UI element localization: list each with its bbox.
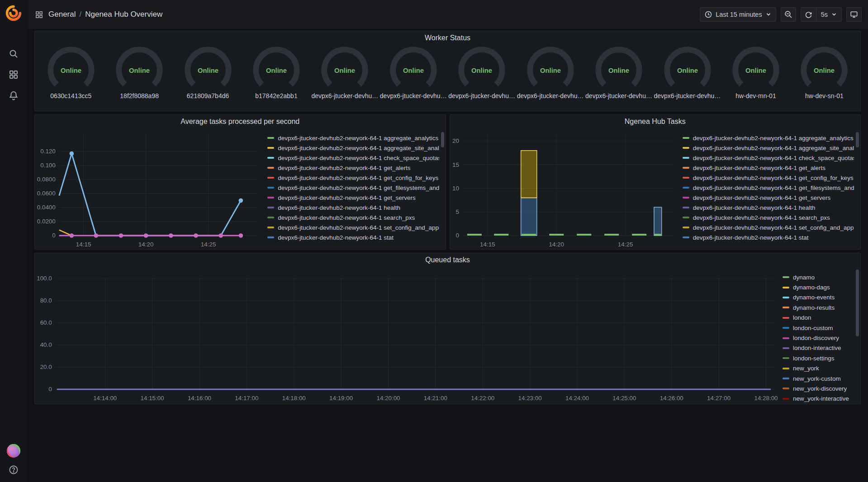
legend-item[interactable]: london-settings bbox=[783, 353, 854, 363]
gauge-arc: Online bbox=[44, 45, 98, 92]
worker-name: devpx6-jtucker-devhub2-… bbox=[448, 92, 515, 99]
legend-item[interactable]: devpx6-jtucker-devhub2-newyork-64-1 get_… bbox=[267, 163, 439, 173]
cycle-view-button[interactable] bbox=[846, 7, 862, 22]
legend-item[interactable]: devpx6-jtucker-devhub2-newyork-64-1 chec… bbox=[683, 153, 854, 163]
svg-text:15: 15 bbox=[452, 161, 459, 168]
legend-item[interactable]: devpx6-jtucker-devhub2-newyork-64-1 set_… bbox=[683, 222, 854, 232]
alerting-bell-icon[interactable] bbox=[6, 90, 21, 101]
legend-label: devpx6-jtucker-devhub2-newyork-64-1 stat bbox=[278, 234, 394, 241]
legend-scrollbar[interactable] bbox=[856, 269, 859, 402]
worker-gauge: Online 0630c1413cc5 bbox=[37, 45, 105, 99]
legend-item[interactable]: devpx6-jtucker-devhub2-newyork-64-1 stat bbox=[683, 232, 854, 242]
legend-item[interactable]: new_york bbox=[783, 364, 854, 373]
legend-scrollbar[interactable] bbox=[856, 131, 859, 247]
zoom-out-button[interactable] bbox=[781, 7, 796, 22]
refresh-button[interactable] bbox=[801, 7, 816, 22]
time-range-picker[interactable]: Last 15 minutes bbox=[700, 7, 776, 22]
legend-item[interactable]: devpx6-jtucker-devhub2-newyork-64-1 get_… bbox=[683, 173, 854, 183]
legend-swatch bbox=[683, 236, 689, 238]
legend-item[interactable]: devpx6-jtucker-devhub2-newyork-64-1 heal… bbox=[267, 203, 439, 213]
panel-title-queued-tasks[interactable]: Queued tasks bbox=[35, 253, 860, 267]
zoom-out-icon bbox=[784, 10, 792, 19]
legend-item[interactable]: new_york-discovery bbox=[783, 383, 854, 393]
legend-swatch bbox=[783, 287, 789, 288]
legend-item[interactable]: devpx6-jtucker-devhub2-newyork-64-1 get_… bbox=[683, 193, 854, 203]
panel-title-worker-status[interactable]: Worker Status bbox=[35, 31, 860, 45]
search-icon[interactable] bbox=[6, 48, 21, 60]
legend-label: london-custom bbox=[793, 325, 833, 331]
legend-item[interactable]: dynamo-events bbox=[783, 293, 854, 302]
legend-item[interactable]: devpx6-jtucker-devhub2-newyork-64-1 set_… bbox=[267, 222, 439, 232]
grafana-logo[interactable] bbox=[4, 4, 23, 23]
legend-label: london-interactive bbox=[793, 345, 841, 351]
svg-text:14:16:00: 14:16:00 bbox=[188, 395, 211, 402]
breadcrumb-page[interactable]: Ngenea Hub Overview bbox=[85, 10, 162, 19]
worker-gauge: Online devpx6-jtucker-devhub2-… bbox=[448, 45, 516, 99]
refresh-group: 5s bbox=[801, 7, 842, 22]
legend-swatch bbox=[783, 347, 789, 349]
legend-item[interactable]: devpx6-jtucker-devhub2-newyork-64-1 aggr… bbox=[683, 133, 854, 143]
legend-item[interactable]: devpx6-jtucker-devhub2-newyork-64-1 aggr… bbox=[683, 143, 854, 153]
panel-title-hub-tasks[interactable]: Ngenea Hub Tasks bbox=[450, 115, 861, 128]
dashboard-grid-icon bbox=[35, 11, 43, 19]
user-avatar[interactable] bbox=[6, 445, 21, 457]
legend-label: devpx6-jtucker-devhub2-newyork-64-1 heal… bbox=[693, 204, 816, 211]
gauge-status-label: Online bbox=[608, 67, 629, 74]
legend-item[interactable]: devpx6-jtucker-devhub2-newyork-64-1 get_… bbox=[267, 183, 439, 193]
worker-gauge: Online hw-dev-sn-01 bbox=[790, 45, 859, 99]
svg-text:20: 20 bbox=[452, 137, 459, 144]
help-icon[interactable] bbox=[6, 464, 21, 476]
svg-text:14:14:00: 14:14:00 bbox=[93, 395, 117, 402]
refresh-interval-label: 5s bbox=[821, 11, 828, 18]
legend-item[interactable]: new_york-custom bbox=[783, 373, 854, 383]
legend-item[interactable]: devpx6-jtucker-devhub2-newyork-64-1 get_… bbox=[267, 173, 439, 183]
legend-item[interactable]: devpx6-jtucker-devhub2-newyork-64-1 sear… bbox=[267, 213, 439, 222]
legend-item[interactable]: devpx6-jtucker-devhub2-newyork-64-1 sear… bbox=[683, 213, 854, 222]
legend-item[interactable]: dynamo-results bbox=[783, 302, 854, 312]
dashboards-grid-icon[interactable] bbox=[6, 69, 21, 80]
legend-label: new_york-discovery bbox=[793, 385, 847, 392]
legend-label: devpx6-jtucker-devhub2-newyork-64-1 set_… bbox=[693, 224, 854, 231]
svg-text:60.0: 60.0 bbox=[40, 319, 52, 326]
gauge-status-label: Online bbox=[61, 67, 81, 74]
legend-label: devpx6-jtucker-devhub2-newyork-64-1 aggr… bbox=[278, 135, 438, 142]
worker-name: 0630c1413cc5 bbox=[50, 92, 91, 99]
legend-item[interactable]: devpx6-jtucker-devhub2-newyork-64-1 get_… bbox=[267, 193, 439, 203]
worker-gauge: Online devpx6-jtucker-devhub2-… bbox=[379, 45, 447, 99]
legend-item[interactable]: london-custom bbox=[783, 323, 854, 333]
worker-name: hw-dev-mn-01 bbox=[735, 92, 776, 99]
legend-item[interactable]: london bbox=[783, 313, 854, 323]
worker-gauges: Online 0630c1413cc5 Online 18f2f8088a98 … bbox=[35, 45, 860, 99]
legend-item[interactable]: dynamo-dags bbox=[783, 282, 854, 292]
legend-item[interactable]: new_york-interactive bbox=[783, 394, 854, 404]
legend-item[interactable]: dynamo bbox=[783, 272, 854, 282]
breadcrumb-folder[interactable]: General bbox=[48, 10, 76, 19]
svg-text:0.0200: 0.0200 bbox=[37, 218, 56, 225]
gauge-status-label: Online bbox=[677, 67, 698, 74]
legend-swatch bbox=[783, 368, 789, 369]
legend-item[interactable]: devpx6-jtucker-devhub2-newyork-64-1 chec… bbox=[267, 153, 439, 163]
legend-swatch bbox=[783, 387, 789, 389]
legend-item[interactable]: london-interactive bbox=[783, 343, 854, 353]
legend-item[interactable]: devpx6-jtucker-devhub2-newyork-64-1 get_… bbox=[683, 183, 854, 193]
legend-scrollbar[interactable] bbox=[441, 131, 444, 247]
queued-tasks-legend: dynamodynamo-dagsdynamo-eventsdynamo-res… bbox=[780, 267, 860, 405]
legend-item[interactable]: devpx6-jtucker-devhub2-newyork-64-1 aggr… bbox=[267, 143, 439, 153]
breadcrumb-separator: / bbox=[79, 10, 81, 19]
legend-item[interactable]: devpx6-jtucker-devhub2-newyork-64-1 stat bbox=[267, 232, 439, 242]
panel-title-avg-tasks[interactable]: Average tasks processed per second bbox=[35, 115, 446, 128]
worker-name: 621809a7b4d6 bbox=[187, 92, 229, 99]
legend-swatch bbox=[267, 236, 274, 238]
legend-swatch bbox=[267, 207, 274, 208]
legend-item[interactable]: devpx6-jtucker-devhub2-newyork-64-1 heal… bbox=[683, 203, 854, 213]
svg-text:14:18:00: 14:18:00 bbox=[282, 395, 306, 402]
legend-item[interactable]: london-discovery bbox=[783, 333, 854, 343]
legend-item[interactable]: devpx6-jtucker-devhub2-newyork-64-1 get_… bbox=[683, 163, 854, 173]
gauge-status-label: Online bbox=[745, 67, 766, 74]
refresh-interval-picker[interactable]: 5s bbox=[816, 7, 842, 22]
legend-swatch bbox=[783, 307, 789, 308]
dashboard: Worker Status Online 0630c1413cc5 Online… bbox=[27, 29, 868, 482]
svg-text:0.0400: 0.0400 bbox=[37, 204, 56, 211]
legend-item[interactable]: devpx6-jtucker-devhub2-newyork-64-1 aggr… bbox=[267, 133, 439, 143]
worker-name: 18f2f8088a98 bbox=[120, 92, 159, 99]
